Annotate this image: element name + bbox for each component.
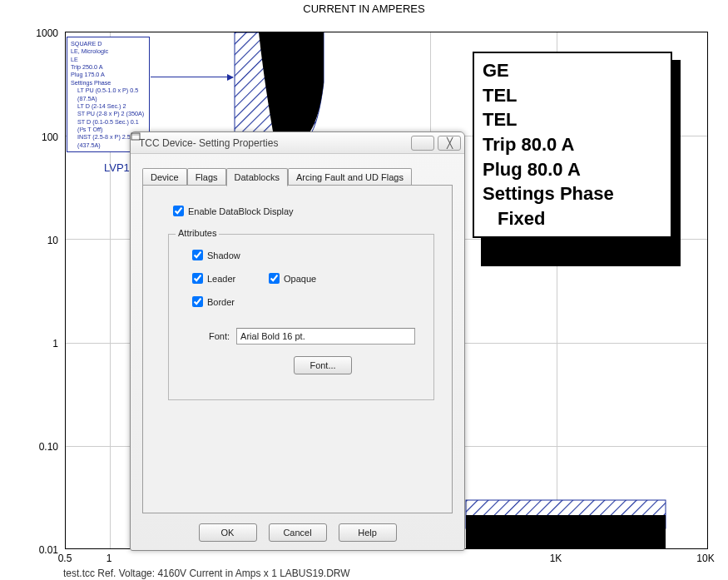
x-tick: 1: [106, 553, 112, 564]
leader-arrow: [151, 77, 233, 77]
dialog-button-row: OK Cancel Help: [131, 523, 464, 542]
datablock-line: LT PU (0.5-1.0 x P) 0.5 (87.5A): [71, 87, 146, 102]
shadow-label: Shadow: [207, 250, 240, 260]
border-label: Border: [207, 297, 235, 307]
datablock-line: Fixed: [483, 206, 662, 231]
y-tick: 0.10: [20, 441, 58, 453]
datablock-line: TEL: [483, 107, 662, 132]
font-display: Arial Bold 16 pt.: [236, 328, 415, 345]
opaque-input[interactable]: [269, 273, 280, 284]
tab-device[interactable]: Device: [142, 168, 187, 186]
y-tick: 10: [20, 235, 58, 246]
y-tick: 100: [20, 131, 58, 143]
datablock-line: GE: [483, 58, 662, 83]
y-tick: 1000: [20, 27, 58, 39]
ok-button[interactable]: OK: [199, 523, 257, 542]
datablock-line: LT D (2-14 Sec.) 2: [71, 102, 146, 110]
x-tick: 1K: [550, 553, 562, 564]
datablock-line: LE: [71, 56, 146, 63]
attributes-group: Attributes Shadow Leader Opaque Border F…: [168, 234, 434, 400]
datablock-line: Plug 80.0 A: [483, 157, 662, 182]
opaque-label: Opaque: [284, 274, 316, 284]
y-tick: 0.01: [20, 544, 58, 556]
datablock-line: SQUARE D: [71, 40, 146, 47]
datablock-line: Trip 250.0 A: [71, 63, 146, 71]
leader-checkbox[interactable]: Leader: [192, 273, 235, 284]
datablock-line: Settings Phase: [71, 79, 146, 87]
border-checkbox[interactable]: Border: [192, 296, 235, 307]
x-tick: 10K: [696, 553, 714, 564]
y-tick: 1: [20, 338, 58, 349]
dialog-title: TCC Device- Setting Properties: [139, 137, 408, 149]
help-button[interactable]: Help: [339, 523, 397, 542]
datablock-ge[interactable]: GE TEL TEL Trip 80.0 A Plug 80.0 A Setti…: [473, 52, 672, 238]
attributes-legend: Attributes: [176, 228, 219, 238]
x-tick: 0.5: [58, 553, 72, 564]
font-label: Font:: [209, 331, 230, 341]
shadow-input[interactable]: [192, 250, 203, 260]
dialog-close-button[interactable]: ╳: [438, 136, 461, 151]
datablock-line: LE, Micrologic: [71, 47, 146, 55]
close-icon: ╳: [447, 137, 453, 149]
svg-rect-5: [131, 133, 140, 136]
tab-panel-datablocks: Enable DataBlock Display Attributes Shad…: [142, 185, 453, 513]
dialog-tcc-device-properties: TCC Device- Setting Properties ╳ Device …: [130, 131, 465, 551]
datablock-line: Plug 175.0 A: [71, 71, 146, 78]
font-button[interactable]: Font...: [294, 356, 352, 374]
tab-datablocks[interactable]: Datablocks: [226, 168, 288, 186]
border-input[interactable]: [192, 296, 203, 307]
tab-bar: Device Flags Datablocks Arcing Fault and…: [142, 167, 453, 186]
chart-title: CURRENT IN AMPERES: [0, 2, 728, 15]
datablock-line: ST PU (2-8 x P) 2 (350A): [71, 110, 146, 117]
opaque-checkbox[interactable]: Opaque: [269, 273, 316, 284]
dialog-help-button[interactable]: [411, 136, 434, 151]
enable-datablock-label: Enable DataBlock Display: [188, 206, 294, 216]
datablock-line: TEL: [483, 83, 662, 108]
datablock-line: Trip 80.0 A: [483, 132, 662, 157]
device-label-lvp1: LVP1: [104, 161, 130, 174]
leader-input[interactable]: [192, 273, 203, 284]
shadow-checkbox[interactable]: Shadow: [192, 250, 240, 260]
enable-datablock-checkbox[interactable]: Enable DataBlock Display: [173, 206, 294, 216]
cancel-button[interactable]: Cancel: [269, 523, 327, 542]
tab-flags[interactable]: Flags: [187, 168, 226, 186]
enable-datablock-input[interactable]: [173, 206, 184, 216]
tab-arcing-fault[interactable]: Arcing Fault and UD Flags: [288, 168, 412, 186]
dialog-title-bar[interactable]: TCC Device- Setting Properties ╳: [131, 132, 464, 154]
datablock-line: Settings Phase: [483, 181, 662, 206]
leader-label: Leader: [207, 274, 235, 284]
chart-footer: test.tcc Ref. Voltage: 4160V Current in …: [63, 568, 350, 579]
svg-rect-3: [466, 515, 666, 548]
help-icon: [131, 132, 141, 141]
